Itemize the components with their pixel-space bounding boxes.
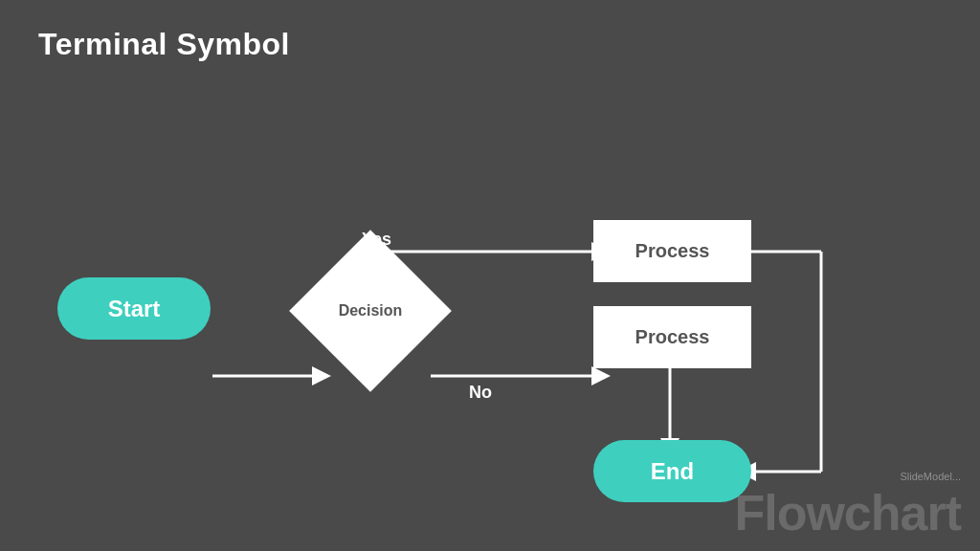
watermark: SlideModel... Flowchart xyxy=(734,471,961,541)
process-box-2: Process xyxy=(593,306,751,368)
watermark-product: Flowchart xyxy=(734,484,961,541)
svg-marker-1 xyxy=(312,366,331,386)
end-label: End xyxy=(651,458,694,485)
watermark-brand: SlideModel... xyxy=(734,471,961,482)
flowchart-container: Start Decision Yes No Process Process En… xyxy=(0,96,980,526)
yes-label: Yes xyxy=(362,230,391,250)
start-label: Start xyxy=(108,296,161,322)
end-terminal: End xyxy=(593,440,751,502)
no-label: No xyxy=(469,383,492,403)
svg-marker-6 xyxy=(591,366,611,386)
page-title: Terminal Symbol xyxy=(38,27,290,62)
decision-label: Decision xyxy=(313,253,428,368)
process-box-1: Process xyxy=(593,220,751,282)
start-terminal: Start xyxy=(57,277,211,340)
